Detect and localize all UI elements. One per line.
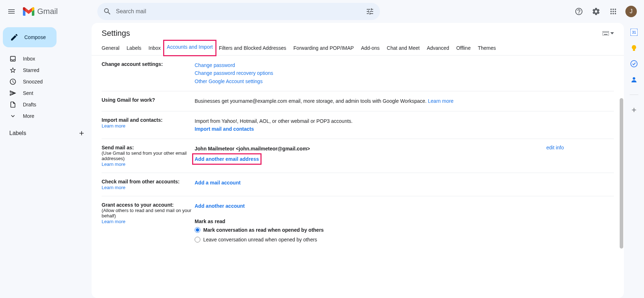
pencil-icon <box>10 33 19 42</box>
section-label: Send mail as: <box>102 145 195 150</box>
nav-snoozed[interactable]: Snoozed <box>0 76 89 87</box>
tab-themes[interactable]: Themes <box>474 41 499 55</box>
chevron-down-icon <box>9 112 16 120</box>
tab-labels[interactable]: Labels <box>123 41 145 55</box>
scrollbar-thumb[interactable] <box>620 98 623 249</box>
nav-inbox-label: Inbox <box>23 56 35 62</box>
svg-rect-6 <box>604 34 608 35</box>
clock-icon <box>9 78 16 85</box>
support-button[interactable] <box>572 4 586 19</box>
plus-icon <box>78 130 85 137</box>
apps-grid-icon <box>609 7 618 16</box>
other-settings-link[interactable]: Other Google Account settings <box>195 78 263 84</box>
svg-rect-1 <box>603 32 604 33</box>
nav-more-label: More <box>23 113 34 119</box>
add-another-account-link[interactable]: Add another account <box>195 203 245 209</box>
input-tools-button[interactable] <box>602 31 614 35</box>
contacts-app-icon[interactable] <box>630 76 638 83</box>
main-menu-button[interactable] <box>3 3 20 20</box>
help-icon <box>575 7 583 16</box>
nav-drafts[interactable]: Drafts <box>0 99 89 110</box>
tab-chat-meet[interactable]: Chat and Meet <box>383 41 423 55</box>
sendas-learn-more-link[interactable]: Learn more <box>102 162 125 167</box>
dropdown-arrow-icon <box>610 32 614 34</box>
mark-read-option2: Leave conversation unread when opened by… <box>203 236 317 244</box>
svg-rect-0 <box>602 31 609 35</box>
svg-rect-5 <box>608 32 608 33</box>
recovery-options-link[interactable]: Change password recovery options <box>195 70 273 76</box>
change-password-link[interactable]: Change password <box>195 62 235 68</box>
checkmail-learn-more-link[interactable]: Learn more <box>102 185 125 190</box>
section-label: Change account settings: <box>102 61 195 85</box>
compose-button[interactable]: Compose <box>3 27 57 47</box>
compose-label: Compose <box>24 34 46 40</box>
tab-forwarding[interactable]: Forwarding and POP/IMAP <box>290 41 357 55</box>
keep-app-icon[interactable] <box>630 44 638 52</box>
mark-read-option1: Mark conversation as read when opened by… <box>203 226 324 234</box>
mark-read-header: Mark as read <box>195 217 614 225</box>
tab-general[interactable]: General <box>98 41 123 55</box>
add-mail-account-link[interactable]: Add a mail account <box>195 180 240 186</box>
apps-button[interactable] <box>606 4 620 19</box>
page-title: Settings <box>102 29 130 38</box>
search-button[interactable] <box>100 4 114 19</box>
tab-advanced[interactable]: Advanced <box>423 41 453 55</box>
import-mail-link[interactable]: Import mail and contacts <box>195 126 254 132</box>
nav-sent[interactable]: Sent <box>0 87 89 99</box>
gmail-logo[interactable]: Gmail <box>23 7 94 16</box>
work-text: Businesses get yourname@example.com emai… <box>195 98 428 104</box>
tab-inbox[interactable]: Inbox <box>145 41 164 55</box>
side-divider <box>630 95 638 95</box>
sendas-identity: John Mailmeteor <john.mailmeteor@gmail.c… <box>195 145 546 153</box>
calendar-app-icon[interactable]: 31 <box>630 29 638 36</box>
keyboard-icon <box>602 31 609 35</box>
settings-panel: Settings General Labels Inbox Accounts a… <box>92 23 624 298</box>
account-avatar[interactable]: J <box>625 6 637 17</box>
search-icon <box>103 7 112 16</box>
tasks-app-icon[interactable] <box>630 60 638 67</box>
hamburger-icon <box>7 7 16 16</box>
section-work: Using Gmail for work? Businesses get you… <box>102 91 614 111</box>
tune-icon <box>366 7 374 16</box>
gmail-brand-text: Gmail <box>37 7 58 16</box>
gear-icon <box>592 7 600 16</box>
edit-info-link[interactable]: edit info <box>546 145 564 150</box>
section-check-mail: Check mail from other accounts: Learn mo… <box>102 173 614 196</box>
nav-more[interactable]: More <box>0 110 89 122</box>
sidebar: Compose Inbox Starred Snoozed Sent Draft… <box>0 23 92 298</box>
svg-text:31: 31 <box>632 30 636 34</box>
section-label: Using Gmail for work? <box>102 97 195 105</box>
leave-unread-radio[interactable] <box>195 237 200 242</box>
settings-tabs: General Labels Inbox Accounts and Import… <box>92 41 624 56</box>
section-grant-access: Grant access to your account: (Allow oth… <box>102 196 614 250</box>
inbox-icon <box>9 55 16 62</box>
settings-button[interactable] <box>589 4 603 19</box>
tab-addons[interactable]: Add-ons <box>357 41 383 55</box>
add-addon-button[interactable] <box>630 106 638 114</box>
add-email-link[interactable]: Add another email address <box>192 153 262 165</box>
svg-rect-9 <box>633 50 635 51</box>
search-input[interactable] <box>114 8 363 15</box>
tab-accounts-import[interactable]: Accounts and Import <box>163 40 216 56</box>
svg-point-11 <box>633 77 635 80</box>
search-options-button[interactable] <box>363 4 377 19</box>
nav-inbox[interactable]: Inbox <box>0 53 89 64</box>
import-learn-more-link[interactable]: Learn more <box>102 123 125 129</box>
section-label: Check mail from other accounts: <box>102 179 195 184</box>
add-label-button[interactable] <box>76 128 87 139</box>
import-text: Import from Yahoo!, Hotmail, AOL, or oth… <box>195 117 614 125</box>
mark-read-radio[interactable] <box>195 227 200 233</box>
scrollbar[interactable] <box>619 98 624 298</box>
section-label: Import mail and contacts: <box>102 117 195 123</box>
nav-starred[interactable]: Starred <box>0 64 89 76</box>
side-panel: 31 <box>624 23 644 298</box>
work-learn-more-link[interactable]: Learn more <box>428 98 454 104</box>
nav-starred-label: Starred <box>23 67 39 73</box>
gmail-logo-icon <box>23 7 34 16</box>
tab-filters[interactable]: Filters and Blocked Addresses <box>215 41 290 55</box>
section-send-as: Send mail as: (Use Gmail to send from yo… <box>102 139 614 173</box>
svg-rect-3 <box>605 32 606 33</box>
grant-learn-more-link[interactable]: Learn more <box>102 219 125 224</box>
tab-offline[interactable]: Offline <box>453 41 474 55</box>
section-import: Import mail and contacts: Learn more Imp… <box>102 111 614 139</box>
